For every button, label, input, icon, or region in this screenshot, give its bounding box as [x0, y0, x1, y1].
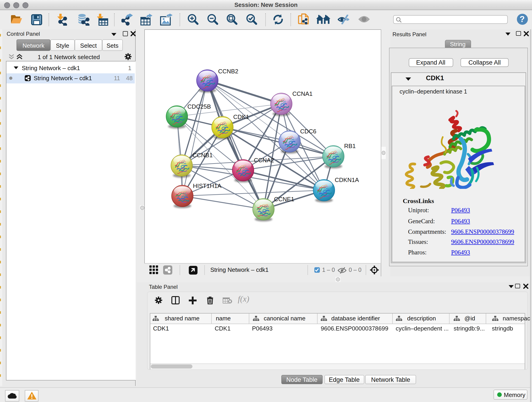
- svg-text:CCNA2: CCNA2: [254, 157, 274, 164]
- svg-text:CDC25B: CDC25B: [187, 103, 211, 110]
- svg-text:CCNE1: CCNE1: [274, 196, 294, 203]
- svg-text:CCNB2: CCNB2: [218, 68, 238, 75]
- svg-text:CDKN1A: CDKN1A: [335, 177, 359, 183]
- svg-text:CDK1: CDK1: [233, 114, 249, 120]
- svg-text:HIST1H1A: HIST1H1A: [193, 182, 222, 189]
- svg-text:CCNA1: CCNA1: [292, 90, 312, 97]
- svg-text:CDC6: CDC6: [300, 128, 317, 135]
- svg-text:CCNB1: CCNB1: [192, 152, 213, 159]
- svg-text:RB1: RB1: [344, 143, 356, 149]
